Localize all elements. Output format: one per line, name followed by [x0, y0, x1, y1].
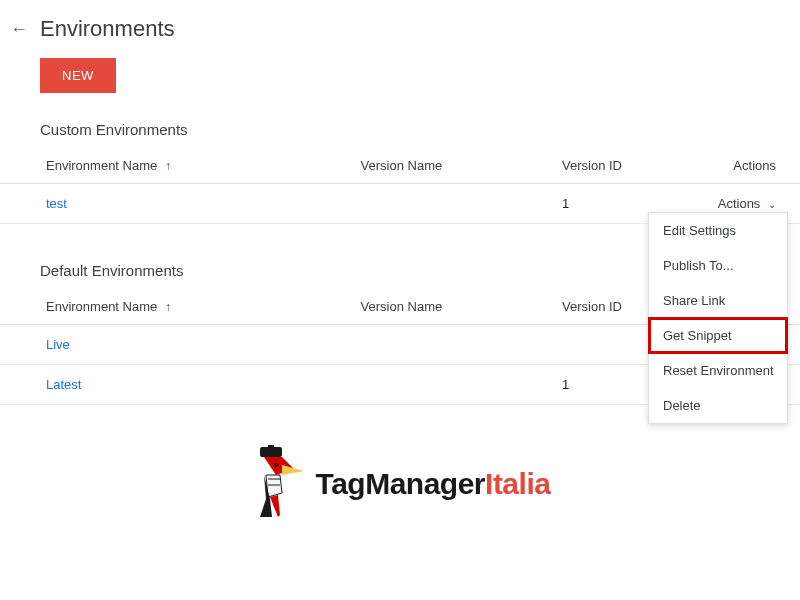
svg-point-3 [274, 463, 278, 467]
back-arrow-icon[interactable]: ← [10, 19, 28, 40]
menu-reset-environment[interactable]: Reset Environment [649, 353, 787, 388]
menu-share-link[interactable]: Share Link [649, 283, 787, 318]
col-env-name[interactable]: Environment Name ↑ [0, 289, 349, 325]
menu-get-snippet[interactable]: Get Snippet [649, 318, 787, 353]
col-version-id[interactable]: Version ID [550, 148, 690, 184]
col-env-name-label: Environment Name [46, 299, 157, 314]
col-actions: Actions [690, 148, 800, 184]
custom-environments-heading: Custom Environments [0, 111, 800, 148]
brand-text-main: TagManager [316, 467, 485, 500]
actions-dropdown-menu: Edit Settings Publish To... Share Link G… [648, 212, 788, 424]
col-env-name-label: Environment Name [46, 158, 157, 173]
menu-delete[interactable]: Delete [649, 388, 787, 423]
woodpecker-icon [250, 445, 312, 523]
page-title: Environments [40, 16, 175, 42]
actions-dropdown-trigger[interactable]: Actions ⌄ [718, 196, 776, 211]
col-version-name[interactable]: Version Name [349, 289, 550, 325]
menu-edit-settings[interactable]: Edit Settings [649, 213, 787, 248]
sort-ascending-icon: ↑ [165, 300, 171, 314]
brand-text-accent: Italia [485, 467, 550, 500]
col-version-name[interactable]: Version Name [349, 148, 550, 184]
brand-logo: TagManagerItalia [0, 445, 800, 523]
cell-version-name [349, 184, 550, 224]
sort-ascending-icon: ↑ [165, 159, 171, 173]
menu-publish-to[interactable]: Publish To... [649, 248, 787, 283]
actions-label: Actions [718, 196, 761, 211]
cell-version-name [349, 365, 550, 405]
new-button[interactable]: NEW [40, 58, 116, 93]
chevron-down-icon: ⌄ [768, 199, 776, 210]
svg-marker-2 [282, 465, 304, 475]
env-link-latest[interactable]: Latest [46, 377, 81, 392]
col  -env-name[interactable]: Environment Name ↑ [0, 148, 349, 184]
cell-version-name [349, 325, 550, 365]
svg-rect-1 [268, 445, 274, 451]
env-link-test[interactable]: test [46, 196, 67, 211]
env-link-live[interactable]: Live [46, 337, 70, 352]
brand-text: TagManagerItalia [316, 467, 551, 501]
